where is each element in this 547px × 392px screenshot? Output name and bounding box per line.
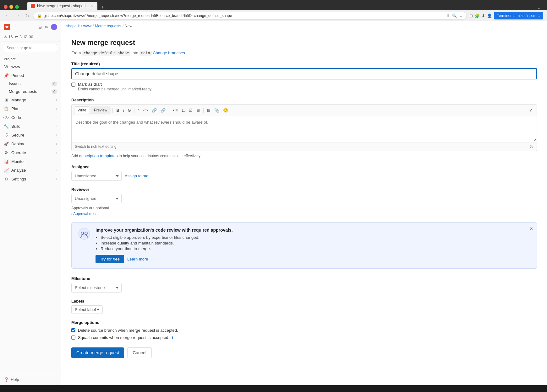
issues-counter-value: 16 (8, 35, 13, 39)
reviewer-select[interactable]: Unassigned (71, 194, 122, 203)
sidebar-item-manage[interactable]: ⊞ Manage › (0, 95, 61, 104)
counter-issues[interactable]: ⚠ 16 (4, 35, 13, 39)
extension-puzzle-icon[interactable]: 🧩 (475, 13, 480, 18)
sidebar-item-settings[interactable]: ⚙ Settings › (0, 175, 61, 183)
search-icon[interactable]: 🔍 (452, 13, 457, 18)
learn-more-link[interactable]: Learn more (127, 257, 148, 261)
labels-section: Labels Select label ▾ (71, 299, 537, 314)
extensions-icon[interactable]: ⊞ (469, 13, 473, 18)
download-icon[interactable]: ⬇ (482, 13, 485, 18)
counter-mr[interactable]: ⇄ 3 (15, 35, 22, 39)
finish-update-button[interactable]: Terminer la mise à jour … (494, 12, 543, 19)
sidebar-item-plan[interactable]: 📋 Plan › (0, 104, 61, 113)
assign-me-link[interactable]: Assign to me (125, 174, 148, 178)
assignee-select[interactable]: Unassigned (71, 171, 122, 181)
draft-label[interactable]: Mark as draft (78, 82, 102, 87)
address-bar[interactable]: 🔒 gitlab.com/shape-it/www/-/merge_reques… (33, 12, 467, 19)
toolbar-fullscreen[interactable]: ⤢ (528, 107, 534, 114)
squash-info-icon[interactable]: ℹ (172, 335, 173, 340)
banner-close-button[interactable]: × (530, 226, 533, 231)
sidebar-edit-button[interactable]: ✏ (44, 24, 49, 30)
try-free-button[interactable]: Try for free (96, 255, 124, 263)
assignee-label: Assignee (71, 164, 537, 169)
toolbar-strikethrough[interactable]: S (126, 107, 132, 114)
counter-todo[interactable]: ☑ 30 (24, 35, 33, 39)
bookmark-icon[interactable]: ☆ (459, 13, 463, 18)
sidebar-item-secure[interactable]: 🛡 Secure › (0, 131, 61, 139)
upload-icon[interactable]: ⬆ (446, 13, 450, 18)
approval-banner: Improve your organization's code review … (71, 222, 537, 269)
breadcrumb-www[interactable]: www (83, 24, 91, 28)
sidebar-dock-button[interactable]: ⊟ (38, 24, 42, 30)
title-input[interactable] (71, 68, 537, 79)
breadcrumb-merge-requests[interactable]: Merge requests (95, 24, 121, 28)
sidebar-avatar-button[interactable]: T (51, 24, 57, 30)
toolbar-attach[interactable]: 📎 (213, 107, 221, 114)
toolbar-ordered-list[interactable]: 1. (180, 107, 187, 114)
build-arrow: › (56, 125, 57, 128)
title-label: Title (required) (71, 62, 537, 66)
sidebar-item-merge-requests[interactable]: Merge requests 0 (8, 88, 61, 95)
editor-container: Write Preview B I S " <> 🔗 🔗 • ≡ 1. (71, 104, 537, 151)
new-tab-button[interactable]: + (99, 4, 107, 10)
sidebar-item-operate[interactable]: ⚙ Operate › (0, 148, 61, 157)
toolbar-italic[interactable]: I (122, 107, 126, 114)
sidebar-help[interactable]: ❓ Help (0, 374, 61, 385)
change-branches-link[interactable]: Change branches (153, 51, 185, 55)
toolbar-link[interactable]: 🔗 (150, 107, 158, 114)
label-select-button[interactable]: Select label ▾ (71, 305, 103, 314)
sidebar-item-monitor[interactable]: 📊 Monitor › (0, 157, 61, 166)
tab-title: New merge request · shape-i… (37, 4, 89, 8)
create-merge-request-button[interactable]: Create merge request (71, 347, 124, 358)
reload-button[interactable]: ↻ (24, 12, 30, 19)
www-label: www (11, 64, 57, 69)
toolbar-bullet-list[interactable]: • ≡ (171, 107, 179, 114)
traffic-light-green[interactable] (15, 5, 19, 9)
profile-icon[interactable]: 👤 (487, 13, 492, 18)
approval-banner-actions: Try for free Learn more (96, 255, 530, 263)
traffic-light-red[interactable] (4, 5, 8, 9)
editor-tab-preview[interactable]: Preview (90, 106, 111, 114)
sidebar-item-deploy[interactable]: 🚀 Deploy › (0, 139, 61, 148)
milestone-select[interactable]: Select milestone (71, 283, 122, 293)
merge-options-section: Merge options Delete source branch when … (71, 320, 537, 340)
draft-help-text: Drafts cannot be merged until marked rea… (78, 87, 152, 91)
cancel-button[interactable]: Cancel (127, 347, 152, 358)
breadcrumb-shape-it[interactable]: shape-it (66, 24, 80, 28)
toolbar-task-list[interactable]: ☑ (187, 107, 194, 114)
draft-checkbox[interactable] (71, 83, 75, 87)
editor-tab-write[interactable]: Write (74, 106, 90, 114)
toolbar-bold[interactable]: B (115, 107, 121, 114)
toolbar-collapsible[interactable]: ⊟ (195, 107, 201, 114)
approval-rules-link[interactable]: › Approval rules (71, 212, 537, 216)
sidebar-item-code[interactable]: </> Code › (0, 113, 61, 122)
approval-bullet-1: Select eligible approvers by expertise o… (101, 235, 530, 240)
traffic-light-yellow[interactable] (9, 5, 13, 9)
sidebar-item-www[interactable]: W www (0, 62, 61, 71)
rich-text-link[interactable]: Switch to rich text editing (75, 144, 117, 149)
description-textarea[interactable] (72, 116, 537, 141)
squash-commits-checkbox[interactable] (71, 336, 75, 340)
toolbar-emoji[interactable]: 🙂 (222, 107, 230, 114)
search-input[interactable] (4, 44, 57, 52)
help-label: Help (11, 377, 19, 382)
toolbar-code[interactable]: <> (142, 107, 150, 114)
monitor-label: Monitor (11, 159, 54, 164)
sidebar-item-build[interactable]: 🔧 Build › (0, 122, 61, 131)
description-templates-link[interactable]: description templates (79, 153, 118, 158)
active-tab[interactable]: New merge request · shape-i… ✕ (27, 2, 97, 10)
browser-expand-icon[interactable]: ⌄ (534, 5, 543, 10)
monitor-arrow: › (56, 160, 57, 163)
toolbar-blockquote[interactable]: " (136, 107, 141, 114)
toolbar-link2[interactable]: 🔗 (159, 107, 167, 114)
forward-button[interactable]: → (14, 12, 21, 19)
delete-source-branch-checkbox[interactable] (71, 328, 75, 332)
tab-close-button[interactable]: ✕ (91, 4, 94, 8)
sidebar-item-issues[interactable]: Issues 0 (8, 80, 61, 88)
back-button[interactable]: ← (4, 12, 11, 19)
url-text: gitlab.com/shape-it/www/-/merge_requests… (44, 13, 445, 18)
toolbar-table[interactable]: ⊞ (205, 107, 212, 114)
sidebar-item-pinned[interactable]: 📌 Pinned › (0, 71, 61, 80)
settings-arrow: › (56, 177, 57, 181)
sidebar-item-analyze[interactable]: 📈 Analyze › (0, 166, 61, 175)
